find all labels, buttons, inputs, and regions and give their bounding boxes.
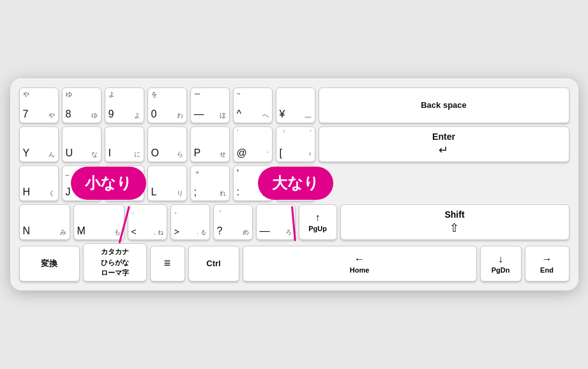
keyboard-container: 小なり 大なり や 7や ゆ 8ゆ よ 9よ を 0わ — [10, 79, 578, 290]
key-enter[interactable]: Enter ↵ — [319, 126, 569, 162]
key-O[interactable]: Oら — [147, 126, 187, 162]
key-caret[interactable]: ~ ^へ — [233, 87, 273, 123]
keyboard-rows: や 7や ゆ 8ゆ よ 9よ を 0わ ー —ほ ~ ^へ — [19, 87, 569, 282]
key-ctrl-right[interactable]: Ctrl — [188, 246, 239, 282]
home-label: Home — [350, 266, 370, 274]
pgdn-label: PgDn — [492, 266, 510, 274]
shift-right-icon: ⇧ — [449, 221, 459, 235]
end-label: End — [540, 266, 554, 274]
key-8[interactable]: ゆ 8ゆ — [62, 87, 102, 123]
keyboard-row-4: Nみ Mも 、 <，ね 。 >．る ・ ?め —ろ — [19, 204, 569, 240]
key-0[interactable]: を 0わ — [147, 87, 187, 123]
pgup-label: PgUp — [308, 225, 327, 232]
key-yen[interactable]: ¥— — [276, 87, 315, 123]
key-N[interactable]: Nみ — [19, 204, 70, 240]
key-7[interactable]: や 7や — [19, 87, 59, 123]
backspace-label: Back space — [421, 100, 467, 110]
key-home[interactable]: ← Home — [243, 246, 477, 282]
key-bracket-open[interactable]: 「゜ [° — [276, 126, 315, 162]
pgup-arrow-icon: ↑ — [315, 212, 320, 223]
key-shift-right[interactable]: Shift ⇧ — [340, 204, 569, 240]
key-pgup[interactable]: ↑ PgUp — [299, 204, 337, 240]
enter-label: Enter — [432, 132, 455, 142]
keyboard-row-2: Yん Uな Iに Oら Pせ ` @゛ 「゜ — [19, 126, 569, 162]
key-K[interactable]: Kの — [105, 165, 144, 201]
keyboard-row-5: 変換 カタカナひらがなローマ字 ≡ Ctrl ← Home ↓ PgDn — [19, 243, 569, 282]
key-pgdn[interactable]: ↓ PgDn — [480, 246, 522, 282]
key-L[interactable]: Lり — [147, 165, 187, 201]
key-semicolon[interactable]: ＋ ;れ — [190, 165, 230, 201]
key-menu[interactable]: ≡ — [150, 246, 185, 282]
end-arrow-icon: → — [542, 253, 552, 265]
key-I[interactable]: Iに — [105, 126, 144, 162]
key-M[interactable]: Mも — [73, 204, 124, 240]
key-J[interactable]: _ Jま — [62, 165, 102, 201]
key-comma-lt[interactable]: 、 <，ね — [128, 204, 167, 240]
home-arrow-icon: ← — [354, 253, 365, 265]
key-bracket-close[interactable]: 」 ]む — [276, 165, 315, 201]
key-U[interactable]: Uな — [62, 126, 102, 162]
key-minus[interactable]: ー —ほ — [190, 87, 230, 123]
menu-icon: ≡ — [164, 257, 171, 270]
key-slash-q[interactable]: ・ ?め — [213, 204, 253, 240]
key-at[interactable]: ` @゛ — [233, 126, 273, 162]
key-katakana[interactable]: カタカナひらがなローマ字 — [83, 243, 147, 282]
henkan-label: 変換 — [41, 258, 57, 269]
katakana-label: カタカナひらがなローマ字 — [101, 246, 129, 278]
key-Y[interactable]: Yん — [19, 126, 59, 162]
pgdn-arrow-icon: ↓ — [498, 253, 503, 265]
ctrl-right-label: Ctrl — [206, 259, 220, 268]
key-H[interactable]: Hく — [19, 165, 59, 201]
key-end[interactable]: → End — [525, 246, 569, 282]
shift-right-label: Shift — [444, 209, 464, 220]
key-9[interactable]: よ 9よ — [105, 87, 144, 123]
key-colon[interactable]: * :け — [233, 165, 273, 201]
keyboard-row-1: や 7や ゆ 8ゆ よ 9よ を 0わ ー —ほ ~ ^へ — [19, 87, 569, 123]
key-backspace[interactable]: Back space — [319, 87, 569, 123]
key-P[interactable]: Pせ — [190, 126, 230, 162]
keyboard-row-3: Hく _ Jま Kの Lり ＋ ;れ * :け 」 — [19, 165, 569, 201]
enter-arrow-icon: ↵ — [439, 143, 448, 157]
key-backslash[interactable]: —ろ — [256, 204, 296, 240]
enter-extension — [319, 165, 361, 201]
key-period-gt[interactable]: 。 >．る — [170, 204, 210, 240]
key-henkan[interactable]: 変換 — [19, 246, 80, 282]
